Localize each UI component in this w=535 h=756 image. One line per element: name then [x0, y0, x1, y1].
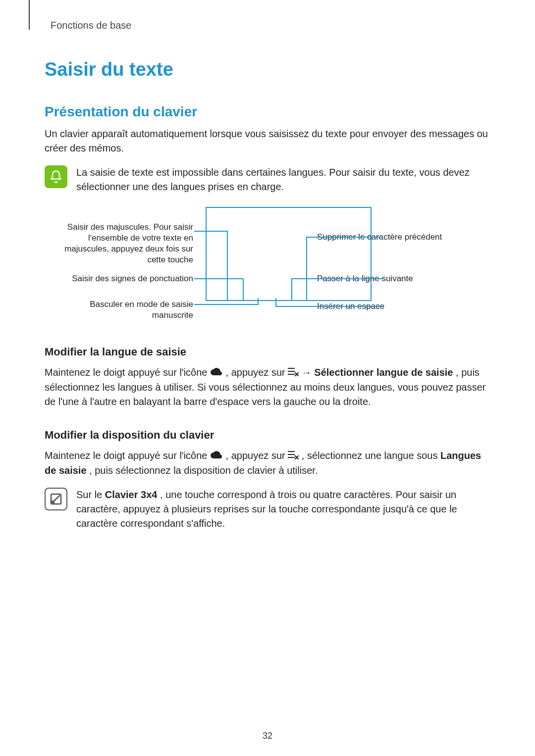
settings-list-icon — [288, 366, 299, 380]
note2-bold: Clavier 3x4 — [105, 489, 158, 500]
pencil-note-icon — [45, 488, 67, 510]
label-hand: Basculer en mode de saisie manuscrite — [64, 299, 193, 321]
p2-pre: Maintenez le doigt appuyé sur l'icône — [45, 367, 210, 378]
note-text: La saisie de texte est impossible dans c… — [76, 165, 490, 194]
leader-punct-v — [243, 278, 244, 301]
leader-punct — [194, 278, 244, 279]
keyboard-outline — [206, 207, 372, 301]
subheading-layout: Modifier la disposition du clavier — [45, 429, 490, 442]
label-punct: Saisir des signes de ponctuation — [64, 273, 193, 284]
leader-del-v — [306, 237, 307, 301]
p3-mid2: , sélectionnez une langue sous — [302, 450, 440, 461]
leader-enter — [291, 278, 383, 279]
p3-pre: Maintenez le doigt appuyé sur l'icône — [45, 450, 210, 461]
leader-space — [275, 306, 383, 307]
p3-mid: , appuyez sur — [226, 450, 288, 461]
p2-arrow: → — [302, 367, 315, 378]
leader-enter-v — [291, 278, 292, 301]
leader-caps-v — [227, 231, 228, 301]
leader-caps — [194, 231, 228, 232]
p2-bold: Sélectionner langue de saisie — [314, 367, 453, 378]
header-side-line — [29, 0, 30, 30]
note-text-2: Sur le Clavier 3x4 , une touche correspo… — [76, 488, 490, 531]
cloud-icon — [210, 366, 223, 380]
page-title: Saisir du texte — [45, 59, 490, 80]
leader-hand-v — [258, 298, 259, 305]
settings-list-icon — [288, 449, 299, 463]
subsection-title: Présentation du clavier — [45, 104, 490, 120]
note2-pre: Sur le — [76, 489, 105, 500]
leader-space-v — [275, 298, 276, 307]
bell-icon — [45, 165, 67, 188]
intro-paragraph: Un clavier apparaît automatiquement lors… — [45, 127, 490, 155]
layout-paragraph: Maintenez le doigt appuyé sur l'icône , … — [45, 449, 490, 478]
label-caps: Saisir des majuscules. Pour saisir l'ens… — [64, 222, 193, 265]
leader-hand — [194, 304, 259, 305]
leader-del — [306, 237, 383, 238]
note-callout-2: Sur le Clavier 3x4 , une touche correspo… — [45, 488, 490, 531]
p3-post: , puis sélectionnez la disposition de cl… — [89, 465, 318, 476]
subheading-language: Modifier la langue de saisie — [45, 346, 490, 358]
cloud-icon — [210, 449, 223, 463]
note-callout: La saisie de texte est impossible dans c… — [45, 165, 490, 194]
page-number: 32 — [263, 731, 272, 741]
section-header: Fonctions de base — [51, 20, 490, 31]
p2-mid: , appuyez sur — [226, 367, 288, 378]
keyboard-diagram: Saisir des majuscules. Pour saisir l'ens… — [45, 207, 490, 326]
language-paragraph: Maintenez le doigt appuyé sur l'icône , … — [45, 365, 490, 409]
